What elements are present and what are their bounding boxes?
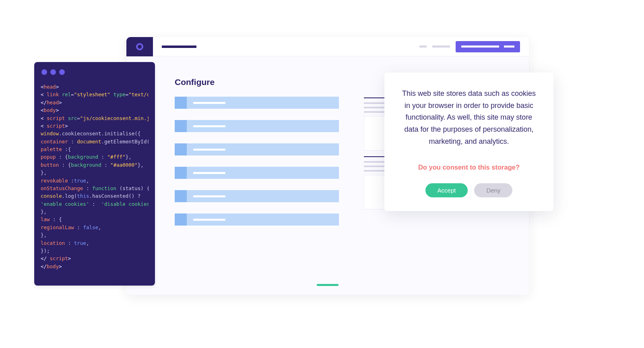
code-editor-panel: <head>< link rel="stylesheet" type="text…: [34, 62, 155, 286]
ring-icon: [136, 43, 143, 50]
placeholder-line: [193, 149, 225, 151]
configure-row[interactable]: [175, 97, 339, 109]
deny-button[interactable]: Deny: [474, 183, 512, 197]
configure-row[interactable]: [175, 120, 339, 132]
app-browser-tab[interactable]: [126, 37, 153, 56]
consent-question: Do you consent to this storage?: [399, 164, 539, 171]
configure-row[interactable]: [175, 190, 339, 202]
row-icon: [175, 190, 187, 202]
accent-underline: [317, 284, 339, 286]
row-icon: [175, 167, 187, 179]
traffic-dot-icon: [50, 69, 56, 75]
row-icon: [175, 213, 187, 226]
row-icon: [175, 143, 187, 155]
placeholder-line: [193, 172, 225, 174]
consent-body-text: This web site stores data such as cookie…: [399, 88, 539, 147]
row-icon: [175, 120, 187, 132]
placeholder-line: [193, 102, 225, 104]
app-header: [153, 37, 529, 56]
traffic-dot-icon: [59, 69, 65, 75]
placeholder-line: [193, 125, 225, 127]
consent-buttons: Accept Deny: [399, 183, 539, 197]
logo-placeholder: [162, 46, 196, 48]
configure-row[interactable]: [175, 143, 339, 155]
traffic-lights: [41, 69, 149, 75]
header-cta-button[interactable]: [456, 41, 520, 52]
row-icon: [175, 97, 187, 109]
code-lines: <head>< link rel="stylesheet" type="text…: [41, 83, 149, 270]
placeholder-line: [461, 46, 499, 48]
traffic-dot-icon: [41, 69, 47, 75]
placeholder-line: [504, 46, 514, 48]
configure-list: [175, 97, 339, 226]
configure-row[interactable]: [175, 167, 339, 179]
placeholder-line: [193, 219, 225, 221]
placeholder-line: [193, 195, 225, 197]
nav-link-placeholder[interactable]: [432, 46, 450, 48]
accept-button[interactable]: Accept: [425, 183, 468, 197]
cookie-consent-modal: This web site stores data such as cookie…: [384, 72, 553, 211]
nav-link-placeholder[interactable]: [419, 46, 427, 48]
configure-row[interactable]: [175, 213, 339, 226]
